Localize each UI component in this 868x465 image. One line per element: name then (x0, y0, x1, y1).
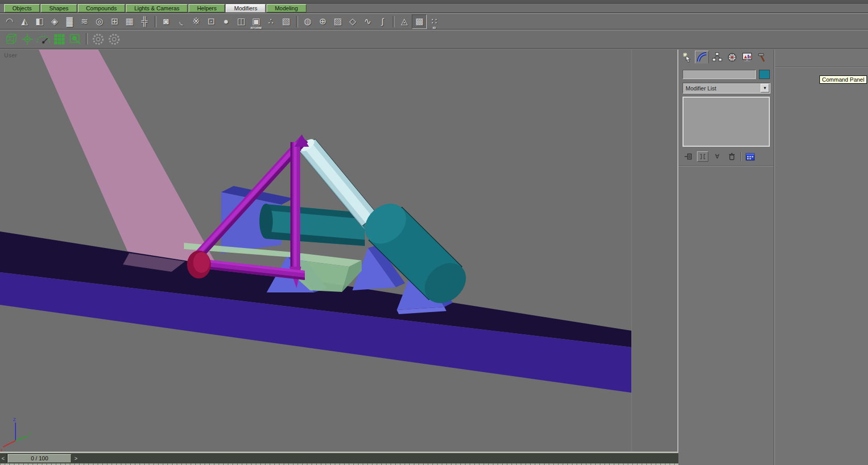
grid-helper-button[interactable] (51, 32, 67, 47)
modifier-icon: ◇ (349, 16, 356, 27)
modifier-toolbar-button[interactable]: ▣ XFORM (249, 14, 264, 29)
window-top-strip (0, 0, 868, 4)
object-color-swatch[interactable] (759, 70, 770, 79)
shelf-tab-label: Lights & Cameras (134, 5, 179, 11)
modifier-toolbar-button[interactable]: ▦ (122, 14, 137, 29)
shelf-tab[interactable]: Shapes (41, 4, 76, 12)
modifier-toolbar-button[interactable]: ● (219, 14, 234, 29)
atmospheric-gear-button-2[interactable] (106, 32, 122, 47)
viewport-user[interactable]: Z x Y User (0, 50, 678, 453)
tab-hierarchy[interactable] (710, 51, 724, 64)
modifier-toolbar-button[interactable]: ╬ (137, 14, 152, 29)
modifiers-toolbar: ◠ ◭ ◧ ◈ ▓ ≋ ◎ ⊞ (0, 13, 868, 29)
command-panel-area: Modifier List ▼ ][ ∀ (678, 50, 868, 465)
object-name-field[interactable] (683, 70, 756, 79)
modifier-toolbar-button[interactable]: ◬ (397, 14, 412, 29)
modifier-stack-buttons: ][ ∀ (683, 150, 770, 163)
viewport-label: User (4, 52, 17, 58)
helpers-toolbar (0, 30, 868, 49)
modifier-icon: ● (223, 17, 228, 27)
red-sphere-joint[interactable] (187, 251, 211, 278)
modifier-list-label: Modifier List (683, 85, 761, 91)
modifier-toolbar-button[interactable]: ◧ (32, 14, 47, 29)
shelf-tab[interactable]: Lights & Cameras (126, 4, 188, 12)
modifier-toolbar-button[interactable]: ⊕ (315, 14, 330, 29)
modifier-icon: ╬ (141, 17, 147, 27)
configure-modifier-sets-button[interactable] (745, 151, 756, 162)
viewport-canvas[interactable]: Z x Y (0, 50, 677, 453)
shelf-tab[interactable]: Compounds (78, 4, 125, 12)
right-region-groove (775, 67, 868, 68)
motion-wheel-icon (727, 52, 737, 63)
modifier-toolbar-button[interactable]: ※ (189, 14, 204, 29)
tab-utilities[interactable] (755, 51, 769, 64)
make-unique-icon: ∀ (715, 153, 719, 160)
tab-motion[interactable] (725, 51, 739, 64)
shelf-tab[interactable]: Modifiers (226, 4, 266, 12)
point-helper-button[interactable] (19, 32, 35, 47)
modifier-list-dropdown[interactable]: Modifier List ▼ (683, 83, 770, 94)
modifier-toolbar-button[interactable]: ◭ (17, 14, 32, 29)
command-panel-tabs (680, 51, 769, 64)
modifier-toolbar-button[interactable]: ◈ (47, 14, 62, 29)
viewport-stale-edge (631, 50, 632, 453)
tab-modify[interactable] (695, 51, 709, 64)
make-unique-button[interactable]: ∀ (711, 151, 723, 162)
pin-stack-button[interactable] (683, 151, 694, 162)
next-frame-button[interactable]: > (72, 454, 80, 463)
axis-z-label: Z (13, 417, 16, 422)
axis-tripod (3, 423, 28, 447)
atmospheric-gear-button-1[interactable] (90, 32, 106, 47)
shelf-tab-label: Shapes (49, 5, 68, 11)
time-slider-button[interactable]: 0 / 100 (8, 454, 71, 463)
modifier-toolbar-button[interactable]: ◍ (300, 14, 315, 29)
modifier-toolbar-button[interactable]: ∿ (360, 14, 375, 29)
modifier-icon: ◈ (51, 16, 58, 27)
modifier-toolbar-button[interactable]: ▧ (278, 14, 293, 29)
modifier-toolbar-button[interactable]: ◎ (92, 14, 107, 29)
protractor-helper-button[interactable] (35, 32, 51, 47)
modifier-toolbar-button[interactable]: ◟ (174, 14, 189, 29)
dummy-helper-button[interactable] (3, 32, 19, 47)
modifier-toolbar-button[interactable]: ∴ (264, 14, 278, 29)
modifier-toolbar-button[interactable]: ≋ (77, 14, 92, 29)
tab-create[interactable] (680, 51, 694, 64)
dropdown-arrow-icon[interactable]: ▼ (761, 84, 769, 92)
tape-helper-button[interactable] (67, 32, 83, 47)
modifier-icon-sublabel: XFORM (249, 26, 264, 29)
modifier-toolbar-button[interactable]: ▓ (62, 14, 77, 29)
panel-vertical-divider[interactable] (773, 50, 775, 465)
time-slider-bar: < 0 / 100 > (0, 453, 678, 463)
stack-buttons-separator (740, 152, 741, 161)
modifier-icon-sublabel: ID (427, 26, 442, 29)
modifier-icon: ▓ (66, 17, 72, 27)
modifier-toolbar-button[interactable]: ∷ ID (427, 14, 442, 29)
tab-display[interactable] (740, 51, 754, 64)
modifier-icon: ∷ (431, 16, 437, 27)
shelf-tab[interactable]: Modeling (267, 4, 306, 12)
previous-frame-button[interactable]: < (0, 454, 7, 463)
shelf-tab-bar: Objects Shapes Compounds Lights & Camera… (0, 4, 868, 13)
modifier-icon: ◫ (237, 16, 245, 27)
modifier-toolbar-button[interactable]: ▩ (412, 14, 427, 29)
modifier-toolbar-button[interactable]: ◇ (345, 14, 360, 29)
spotlight-beam[interactable] (39, 50, 219, 269)
modifier-icon: ◍ (304, 16, 312, 27)
shelf-tab[interactable]: Helpers (189, 4, 225, 12)
remove-modifier-button[interactable] (726, 151, 737, 162)
modifier-toolbar-button[interactable]: ʃ (375, 14, 390, 29)
show-end-result-icon: ][ (699, 153, 706, 160)
modifier-icon: ⊡ (207, 16, 214, 27)
dummy-cube-icon (5, 33, 18, 46)
modifier-toolbar-button[interactable]: ⊞ (107, 14, 122, 29)
modifier-stack-list[interactable] (683, 97, 770, 147)
modifier-toolbar-button[interactable]: ◫ (234, 14, 249, 29)
tooltip: Command Panel (819, 75, 867, 84)
show-end-result-button[interactable]: ][ (697, 151, 708, 162)
modifier-icon: ≋ (81, 16, 88, 27)
modifier-toolbar-button[interactable]: ▨ (330, 14, 345, 29)
modifier-toolbar-button[interactable]: ◠ (2, 14, 17, 29)
modifier-toolbar-button[interactable]: ⊡ (204, 14, 219, 29)
modifier-toolbar-button[interactable]: ◙ (159, 14, 174, 29)
shelf-tab[interactable]: Objects (4, 4, 40, 12)
